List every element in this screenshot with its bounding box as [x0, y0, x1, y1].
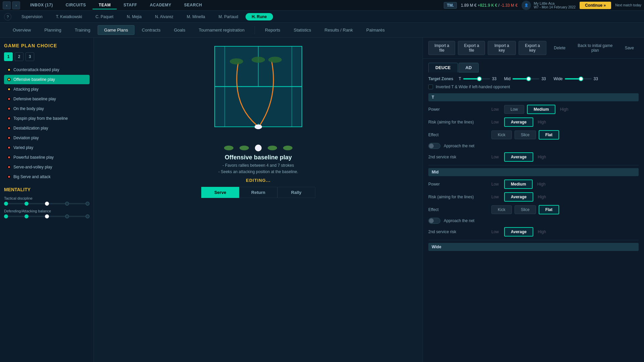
defending-attacking-track[interactable] [4, 216, 90, 217]
mid-effect-flat-btn[interactable]: Flat [539, 205, 559, 214]
mid-power-row: Power Low Medium High [428, 179, 639, 189]
mid-risk-low-label: Low [491, 195, 501, 199]
tz-t-slider[interactable] [463, 78, 490, 80]
t-effect-flat-btn[interactable]: Flat [539, 130, 559, 140]
continue-button[interactable]: Continue » [580, 2, 611, 9]
mid-effect-slice-btn[interactable]: Slice [515, 205, 536, 214]
defending-attacking-group: Defending/Attacking balance [4, 209, 90, 217]
t-risk-row: Risk (aiming for the lines) Low Average … [428, 117, 639, 127]
nav-circuits[interactable]: CIRCUITS [60, 1, 92, 9]
tab-reports[interactable]: Reports [259, 25, 286, 35]
tab-palmares[interactable]: Palmarès [360, 25, 391, 35]
play-on-the-body[interactable]: On the body play [4, 104, 90, 113]
divider-2 [428, 240, 639, 240]
play-attacking[interactable]: Attacking play [4, 85, 90, 94]
serve-tab-serve[interactable]: Serve [201, 187, 239, 198]
t-power-low-btn[interactable]: Low [504, 105, 524, 114]
play-serve-volley[interactable]: Serve-and-volley play [4, 162, 90, 172]
mid-effect-kick-btn[interactable]: Kick [491, 205, 512, 214]
mid-power-medium-btn[interactable]: Medium [504, 179, 533, 189]
t-power-high-label: High [558, 107, 568, 112]
plan-1[interactable]: 1 [4, 52, 13, 61]
mid-2ndsvc-average-btn[interactable]: Average [504, 227, 533, 237]
serve-tab-rally[interactable]: Rally [277, 187, 315, 198]
ball-active [255, 145, 262, 151]
inverted-checkbox[interactable] [428, 85, 433, 89]
nav-back[interactable]: ‹ [3, 1, 11, 9]
save-button[interactable]: Save [620, 44, 639, 52]
tab-statistics[interactable]: Statistics [288, 25, 317, 35]
delete-button[interactable]: Delete [549, 44, 570, 52]
staff-bar: ? Supervision T. Kwiatkowski C. Paquet N… [0, 11, 644, 23]
mid-approach-row: Approach the net [428, 218, 639, 224]
t-2ndsvc-average-btn[interactable]: Average [504, 152, 533, 162]
tz-mid: Mid 33 [504, 76, 548, 81]
dot-red-icon [7, 97, 11, 101]
play-powerful-baseline[interactable]: Powerful baseline play [4, 153, 90, 162]
play-topspin[interactable]: Topspin play from the baseline [4, 114, 90, 123]
tz-mid-slider[interactable] [513, 78, 539, 80]
t-effect-kick-btn[interactable]: Kick [491, 131, 512, 139]
tab-goals[interactable]: Goals [168, 25, 191, 35]
staff-n-mejia[interactable]: N. Mejia [121, 13, 148, 20]
serve-tab-return[interactable]: Return [239, 187, 277, 198]
tab-contracts[interactable]: Contracts [136, 25, 167, 35]
staff-n-alvarez[interactable]: N. Alvarez [149, 13, 179, 20]
tactical-discipline-track[interactable] [4, 203, 90, 204]
tab-results-rank[interactable]: Results / Rank [319, 25, 359, 35]
tz-wide-slider[interactable] [565, 78, 592, 80]
nav-right: TM. 1.89 M € +821.9 K € / -1.33 M € 👤 My… [444, 1, 641, 10]
t-power-medium-btn[interactable]: Medium [527, 105, 555, 114]
import-key-button[interactable]: Import a key [488, 41, 516, 55]
staff-supervision[interactable]: Supervision [15, 13, 49, 20]
nav-staff[interactable]: STAFF [117, 1, 143, 9]
avatar: 👤 [522, 1, 531, 10]
export-file-button[interactable]: Export a file [458, 41, 485, 55]
tab-planning[interactable]: Planning [38, 25, 67, 35]
import-file-button[interactable]: Import a file [428, 41, 455, 55]
help-icon[interactable]: ? [4, 13, 11, 20]
dot-3b [45, 214, 49, 218]
play-offensive-baseline[interactable]: Offensive baseline play [4, 75, 90, 84]
tab-tournament-registration[interactable]: Tournament registration [193, 25, 251, 35]
target-zones-label: Target Zones [428, 76, 453, 81]
plan-3[interactable]: 3 [25, 52, 34, 61]
t-risk-average-btn[interactable]: Average [504, 117, 533, 127]
slider-dots [4, 202, 90, 206]
back-to-initial-button[interactable]: Back to initial game plan [573, 41, 618, 55]
nav-inbox[interactable]: INBOX (17) [24, 1, 59, 9]
tab-overview[interactable]: Overview [7, 25, 37, 35]
mid-2ndsvc-low-label: Low [491, 229, 501, 234]
nav-search[interactable]: SEARCH [178, 1, 208, 9]
deuce-tab[interactable]: DEUCE [428, 63, 458, 72]
export-key-button[interactable]: Export a key [519, 41, 547, 55]
play-counterattack[interactable]: Counterattack-based play [4, 65, 90, 74]
mid-approach-toggle[interactable] [428, 218, 440, 224]
t-approach-label: Approach the net [444, 144, 474, 148]
nav-forward[interactable]: › [12, 1, 20, 9]
play-big-serve[interactable]: Big Serve and attack [4, 172, 90, 182]
staff-t-kwiatkowski[interactable]: T. Kwiatkowski [50, 13, 88, 20]
defending-attacking-label: Defending/Attacking balance [4, 209, 90, 213]
staff-h-rune[interactable]: H. Rune [246, 13, 273, 20]
mentality-title: MENTALITY [4, 187, 90, 192]
play-destabilization[interactable]: Destabilization play [4, 123, 90, 133]
play-big-serve-label: Big Serve and attack [13, 174, 51, 179]
t-effect-slice-btn[interactable]: Slice [515, 131, 536, 139]
nav-academy[interactable]: ACADEMY [144, 1, 177, 9]
tab-game-plans[interactable]: Game Plans [98, 25, 135, 35]
ad-tab[interactable]: AD [459, 63, 479, 72]
t-approach-toggle[interactable] [428, 143, 440, 149]
t-2ndservice-row: 2nd service risk Low Average High [428, 152, 639, 162]
tab-training[interactable]: Training [69, 25, 96, 35]
staff-m-partaud[interactable]: M. Partaud [213, 13, 245, 20]
staff-c-paquet[interactable]: C. Paquet [90, 13, 119, 20]
nav-team[interactable]: TEAM [93, 1, 117, 9]
play-varied[interactable]: Varied play [4, 143, 90, 152]
plan-2[interactable]: 2 [15, 52, 23, 61]
staff-m-minella[interactable]: M. Minella [181, 13, 211, 20]
mid-risk-average-btn[interactable]: Average [504, 192, 533, 202]
mid-approach-knob [429, 218, 434, 223]
play-defensive-baseline[interactable]: Defensive baseline play [4, 94, 90, 104]
play-deviation[interactable]: Deviation play [4, 133, 90, 143]
